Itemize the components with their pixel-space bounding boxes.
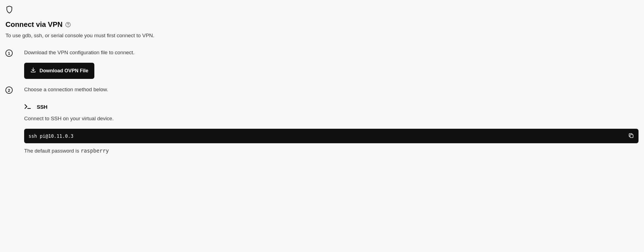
ssh-command-block: ssh pi@10.11.0.3 [24, 129, 639, 143]
download-icon [30, 67, 36, 75]
shield-icon [5, 5, 639, 15]
step-one: 1 Download the VPN configuration file to… [5, 50, 639, 79]
password-note-prefix: The default password is [24, 148, 81, 154]
page-title: Connect via VPN [5, 20, 63, 29]
copy-icon [628, 133, 634, 139]
password-note: The default password is raspberry [24, 148, 639, 154]
password-value: raspberry [81, 148, 109, 154]
download-ovpn-button[interactable]: Download OVPN File [24, 63, 94, 79]
step-number-1: 1 [5, 50, 13, 57]
svg-rect-2 [630, 134, 633, 138]
step-two: 2 Choose a connection method below. SSH … [5, 87, 639, 154]
copy-button[interactable] [628, 133, 634, 139]
download-button-label: Download OVPN File [39, 68, 88, 74]
step-one-text: Download the VPN configuration file to c… [24, 50, 639, 56]
step-two-text: Choose a connection method below. [24, 87, 639, 93]
terminal-icon [24, 104, 31, 111]
vpn-subtext: To use gdb, ssh, or serial console you m… [5, 33, 639, 39]
ssh-command-text: ssh pi@10.11.0.3 [29, 133, 74, 139]
ssh-description: Connect to SSH on your virtual device. [24, 116, 639, 122]
help-icon[interactable] [65, 22, 71, 27]
step-number-2: 2 [5, 87, 13, 94]
svg-point-1 [68, 25, 68, 26]
ssh-title: SSH [37, 104, 47, 110]
